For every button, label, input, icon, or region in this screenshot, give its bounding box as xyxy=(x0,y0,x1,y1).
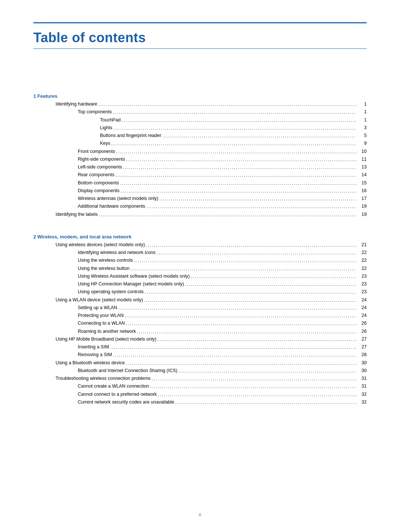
toc-dots: ........................................… xyxy=(157,391,356,398)
section-gap xyxy=(33,218,367,226)
toc-page-number: 11 xyxy=(356,155,367,163)
toc-dots: ........................................… xyxy=(122,164,356,171)
toc-entry-label: Using operating system controls xyxy=(78,288,144,296)
title-section: Table of contents xyxy=(33,30,367,49)
toc-page-number: 23 xyxy=(356,288,367,296)
toc-page-number: 23 xyxy=(356,280,367,288)
toc-entry-label: Connecting to a WLAN xyxy=(78,319,125,327)
toc-row: Display components......................… xyxy=(33,187,367,195)
toc-entry-label: Using HP Mobile Broadband (select models… xyxy=(56,335,156,343)
toc-entry-label: Right-side components xyxy=(78,155,125,163)
toc-row: Using operating system controls.........… xyxy=(33,288,367,296)
toc-entry-label: Wireless antennas (select models only) xyxy=(78,195,158,203)
toc-entry-label: Using HP Connection Manager (select mode… xyxy=(78,280,184,288)
toc-dots: ........................................… xyxy=(117,304,356,312)
toc-dots: ........................................… xyxy=(112,351,356,359)
toc-row: Additional hardware components..........… xyxy=(33,203,367,210)
toc-dots: ........................................… xyxy=(158,195,356,203)
toc-entry-label: Using Wireless Assistant software (selec… xyxy=(78,272,190,280)
toc-dots: ........................................… xyxy=(125,320,356,327)
toc-dots: ........................................… xyxy=(133,257,356,264)
toc-entry-label: Using wireless devices (select models on… xyxy=(56,241,145,249)
toc-entry-label: Protecting your WLAN xyxy=(78,312,124,319)
toc-row: TouchPad................................… xyxy=(33,116,367,124)
toc-page-number: 10 xyxy=(356,148,367,155)
toc-dots: ........................................… xyxy=(151,375,356,382)
toc-page-number: 24 xyxy=(356,304,367,312)
toc-page-number: 15 xyxy=(356,179,367,187)
toc-entry-label: Top components xyxy=(78,108,112,116)
toc-page-number: 22 xyxy=(356,265,367,272)
toc-dots: ........................................… xyxy=(174,399,356,406)
toc-page-number: 5 xyxy=(356,132,367,140)
toc-dots: ........................................… xyxy=(112,108,356,116)
toc-row: Using HP Mobile Broadband (select models… xyxy=(33,335,367,343)
toc-dots: ........................................… xyxy=(145,241,356,249)
toc-entry-label: Troubleshooting wireless connection prob… xyxy=(56,375,151,382)
toc-dots: ........................................… xyxy=(125,156,356,163)
toc-dots: ........................................… xyxy=(124,312,356,319)
toc-entry-label: Front components xyxy=(78,148,115,155)
toc-row: Roaming to another network..............… xyxy=(33,328,367,335)
toc-row: Using a WLAN device (select models only)… xyxy=(33,296,367,304)
toc-row: Using Wireless Assistant software (selec… xyxy=(33,272,367,280)
toc-dots: ........................................… xyxy=(190,273,356,280)
toc-dots: ........................................… xyxy=(97,101,356,108)
toc-row: Using HP Connection Manager (select mode… xyxy=(33,280,367,288)
toc-entry-label: Using a WLAN device (select models only) xyxy=(56,296,143,304)
toc-page-number: 24 xyxy=(356,296,367,304)
toc-row: Inserting a SIM.........................… xyxy=(33,343,367,351)
toc-page-number: 1 xyxy=(356,108,367,116)
toc-entry-label: Lights xyxy=(100,124,112,132)
toc-entry-label: Current network security codes are unava… xyxy=(78,398,174,406)
toc-dots: ........................................… xyxy=(149,383,356,390)
toc-page-number: 27 xyxy=(356,335,367,343)
toc-dots: ........................................… xyxy=(161,132,356,140)
toc-page-number: 9 xyxy=(356,140,367,147)
toc-row: Identifying hardware....................… xyxy=(33,100,367,108)
toc-entry-label: Identifying hardware xyxy=(56,100,97,108)
toc-row: Cannot create a WLAN connection.........… xyxy=(33,382,367,390)
toc-dots: ........................................… xyxy=(112,124,356,132)
toc-entry-label: Inserting a SIM xyxy=(78,343,109,351)
footer-page-number: v xyxy=(199,512,201,517)
toc-page-number: 31 xyxy=(356,375,367,382)
toc-page-number: 16 xyxy=(356,187,367,195)
toc-page-number: 22 xyxy=(356,249,367,257)
toc-entry-label: Setting up a WLAN xyxy=(78,304,117,312)
toc-page-number: 32 xyxy=(356,398,367,406)
toc-row: Buttons and fingerprint reader..........… xyxy=(33,132,367,140)
toc-dots: ........................................… xyxy=(125,359,356,367)
toc-dots: ........................................… xyxy=(120,187,356,195)
toc-page-number: 1 xyxy=(356,100,367,108)
toc-row: Identifying the labels..................… xyxy=(33,211,367,218)
chapter-heading-1: 1 Features xyxy=(33,93,367,99)
toc-row: Left-side components....................… xyxy=(33,163,367,171)
toc-page-number: 30 xyxy=(356,367,367,375)
toc-entry-label: Using a Bluetooth wireless device xyxy=(56,359,125,367)
toc-entry-label: Display components xyxy=(78,187,120,195)
toc-dots: ........................................… xyxy=(156,249,356,257)
toc-entry-label: Using the wireless button xyxy=(78,265,130,272)
toc-entry-label: Additional hardware components xyxy=(78,203,145,210)
toc-dots: ........................................… xyxy=(156,336,356,343)
toc-row: Using the wireless controls.............… xyxy=(33,257,367,264)
toc-entry-label: Removing a SIM xyxy=(78,351,112,359)
toc-dots: ........................................… xyxy=(144,288,356,296)
toc-row: Removing a SIM..........................… xyxy=(33,351,367,359)
toc-entry-label: Identifying the labels xyxy=(56,211,98,218)
toc-entry-label: Cannot connect to a preferred network xyxy=(78,391,157,398)
toc-row: Identifying wireless and network icons..… xyxy=(33,249,367,257)
toc-page-number: 13 xyxy=(356,163,367,171)
toc-row: Cannot connect to a preferred network...… xyxy=(33,391,367,398)
toc-entry-label: Identifying wireless and network icons xyxy=(78,249,156,257)
page-container: Table of contents 1 FeaturesIdentifying … xyxy=(0,0,400,532)
toc-page-number: 26 xyxy=(356,319,367,327)
toc-entry-label: Cannot create a WLAN connection xyxy=(78,382,149,390)
chapter-heading-2: 2 Wireless, modem, and local area networ… xyxy=(33,234,367,240)
toc-dots: ........................................… xyxy=(98,211,356,218)
toc-dots: ........................................… xyxy=(145,203,356,210)
toc-page-number: 14 xyxy=(356,171,367,179)
toc-dots: ........................................… xyxy=(143,297,356,304)
toc-row: Current network security codes are unava… xyxy=(33,398,367,406)
